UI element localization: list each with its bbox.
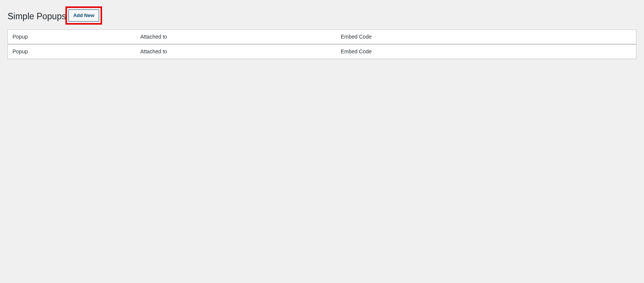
page-header: Simple Popups Add New [8, 7, 636, 25]
add-new-button[interactable]: Add New [68, 9, 99, 22]
table-footer: Popup Attached to Embed Code [8, 44, 636, 59]
column-header-embed[interactable]: Embed Code [337, 30, 636, 44]
page-wrap: Simple Popups Add New Popup Attached to … [0, 0, 644, 59]
popups-table: Popup Attached to Embed Code Popup Attac… [8, 30, 636, 59]
add-new-highlight: Add New [65, 6, 102, 25]
column-footer-attached[interactable]: Attached to [137, 44, 337, 59]
column-header-popup[interactable]: Popup [8, 30, 137, 44]
table-header-row: Popup Attached to Embed Code [8, 30, 636, 44]
column-footer-popup[interactable]: Popup [8, 44, 137, 59]
page-title: Simple Popups [8, 8, 66, 24]
column-footer-embed[interactable]: Embed Code [337, 44, 636, 59]
column-header-attached[interactable]: Attached to [137, 30, 337, 44]
table-footer-row: Popup Attached to Embed Code [8, 44, 636, 59]
table-header: Popup Attached to Embed Code [8, 30, 636, 44]
